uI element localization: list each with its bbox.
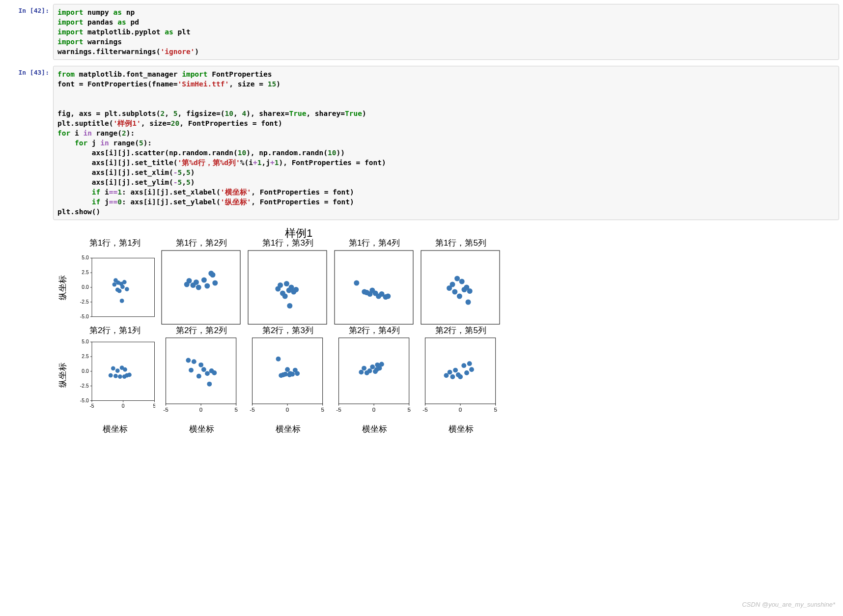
subplot-title: 第1行，第5列 bbox=[418, 237, 504, 250]
subplot bbox=[418, 250, 504, 325]
svg-text:-5: -5 bbox=[250, 406, 254, 413]
svg-point-31 bbox=[212, 280, 218, 286]
svg-text:2.5: 2.5 bbox=[82, 354, 89, 359]
svg-point-157 bbox=[467, 361, 472, 366]
svg-point-58 bbox=[454, 276, 460, 281]
svg-point-141 bbox=[379, 362, 384, 367]
subplot-title: 第2行，第2列 bbox=[158, 325, 245, 337]
svg-rect-54 bbox=[421, 251, 500, 324]
svg-text:-5: -5 bbox=[422, 406, 427, 413]
subplot: -505 bbox=[158, 337, 245, 413]
svg-text:0: 0 bbox=[372, 406, 376, 413]
subplot: -5.0-2.50.02.55.0 bbox=[72, 250, 158, 325]
svg-text:0: 0 bbox=[286, 406, 289, 413]
svg-point-125 bbox=[288, 371, 293, 376]
svg-point-90 bbox=[123, 367, 127, 372]
svg-point-11 bbox=[112, 282, 117, 287]
svg-point-152 bbox=[450, 374, 455, 379]
svg-text:5: 5 bbox=[407, 406, 410, 413]
x-axis-label: 横坐标 bbox=[158, 423, 245, 434]
input-prompt: In [42]: bbox=[4, 4, 53, 60]
code-editor[interactable]: import numpy as np import pandas as pd i… bbox=[53, 4, 839, 60]
svg-point-133 bbox=[359, 370, 364, 375]
svg-point-120 bbox=[285, 367, 290, 372]
svg-point-124 bbox=[295, 371, 300, 376]
svg-point-137 bbox=[370, 364, 375, 369]
svg-point-151 bbox=[448, 370, 452, 375]
x-axis-label: 横坐标 bbox=[245, 423, 331, 434]
svg-point-28 bbox=[204, 283, 210, 289]
subplot bbox=[158, 250, 245, 325]
svg-point-20 bbox=[120, 284, 125, 289]
svg-point-44 bbox=[354, 280, 359, 286]
svg-point-119 bbox=[283, 372, 288, 377]
svg-point-86 bbox=[118, 374, 122, 379]
subplot: -505 bbox=[331, 337, 418, 413]
y-axis-label: 纵坐标 bbox=[53, 250, 72, 325]
svg-point-56 bbox=[450, 282, 455, 287]
svg-point-136 bbox=[367, 368, 372, 373]
svg-point-155 bbox=[461, 363, 466, 368]
svg-point-85 bbox=[115, 368, 120, 373]
svg-text:5: 5 bbox=[494, 406, 497, 413]
subplot-title: 第2行，第3列 bbox=[245, 325, 331, 337]
svg-point-105 bbox=[205, 371, 210, 376]
code-cell: In [43]: from matplotlib.font_manager im… bbox=[4, 66, 839, 220]
svg-text:0: 0 bbox=[199, 406, 203, 413]
svg-text:0.0: 0.0 bbox=[82, 368, 89, 374]
subplot-title: 第1行，第4列 bbox=[331, 237, 418, 250]
svg-point-42 bbox=[287, 303, 292, 308]
svg-text:5.0: 5.0 bbox=[82, 339, 89, 344]
svg-point-25 bbox=[194, 280, 199, 285]
subplot-title: 第2行，第1列 bbox=[72, 325, 158, 337]
svg-text:-5: -5 bbox=[336, 406, 341, 413]
svg-point-159 bbox=[458, 374, 463, 379]
svg-point-57 bbox=[452, 289, 457, 295]
code-editor[interactable]: from matplotlib.font_manager import Font… bbox=[53, 66, 839, 220]
subplot-title: 第1行，第3列 bbox=[245, 237, 331, 250]
svg-text:5.0: 5.0 bbox=[82, 255, 89, 260]
svg-point-41 bbox=[293, 287, 299, 292]
svg-text:-2.5: -2.5 bbox=[80, 383, 89, 389]
svg-point-34 bbox=[278, 282, 283, 288]
svg-point-63 bbox=[467, 288, 473, 294]
subplot-title: 第2行，第5列 bbox=[418, 325, 504, 337]
svg-text:0: 0 bbox=[122, 403, 125, 409]
x-axis-label: 横坐标 bbox=[331, 423, 418, 434]
svg-point-64 bbox=[466, 300, 471, 305]
svg-point-150 bbox=[444, 373, 449, 378]
subplot: -505 bbox=[418, 337, 504, 413]
svg-text:-5.0: -5.0 bbox=[80, 398, 89, 403]
svg-point-102 bbox=[197, 374, 201, 379]
svg-rect-43 bbox=[335, 251, 413, 324]
svg-text:-5: -5 bbox=[89, 403, 94, 409]
svg-point-142 bbox=[374, 367, 379, 372]
svg-text:-5: -5 bbox=[163, 406, 168, 413]
svg-point-104 bbox=[201, 367, 206, 372]
x-axis-label: 横坐标 bbox=[418, 423, 504, 434]
svg-point-23 bbox=[187, 278, 192, 283]
svg-point-18 bbox=[122, 280, 127, 284]
svg-rect-32 bbox=[248, 251, 327, 324]
svg-text:2.5: 2.5 bbox=[82, 270, 89, 275]
svg-point-19 bbox=[125, 287, 129, 291]
svg-text:0.0: 0.0 bbox=[82, 284, 89, 290]
svg-text:5: 5 bbox=[321, 406, 324, 413]
svg-point-17 bbox=[120, 299, 124, 303]
svg-point-108 bbox=[207, 382, 212, 387]
svg-point-30 bbox=[210, 272, 216, 278]
svg-point-83 bbox=[111, 366, 115, 370]
svg-point-100 bbox=[189, 368, 194, 373]
code-cell: In [42]: import numpy as np import panda… bbox=[4, 4, 839, 60]
svg-point-27 bbox=[201, 278, 207, 283]
svg-text:5: 5 bbox=[153, 403, 155, 409]
svg-point-36 bbox=[282, 294, 288, 299]
svg-point-37 bbox=[284, 281, 289, 286]
subplot: -5.0-2.50.02.55.0-505 bbox=[72, 337, 158, 413]
svg-point-107 bbox=[212, 370, 217, 375]
svg-text:0: 0 bbox=[459, 406, 462, 413]
subplot-title: 第1行，第1列 bbox=[72, 237, 158, 250]
svg-rect-143 bbox=[425, 338, 495, 404]
plot-output: 样例1 第1行，第1列第1行，第2列第1行，第3列第1行，第4列第1行，第5列纵… bbox=[53, 226, 544, 434]
svg-point-26 bbox=[196, 285, 201, 290]
